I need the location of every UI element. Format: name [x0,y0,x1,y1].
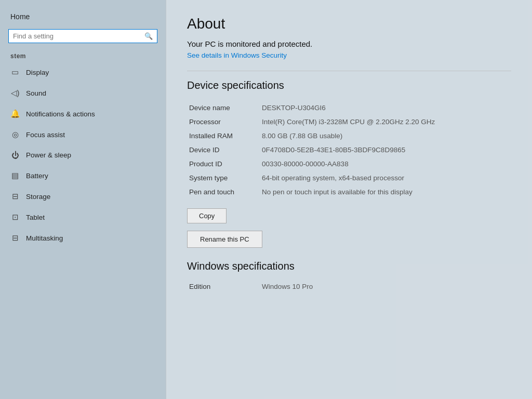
rename-pc-button[interactable]: Rename this PC [187,231,262,248]
sidebar-item-label: Power & sleep [26,151,71,159]
sidebar-item-label: Storage [26,193,50,201]
sidebar-item-label: Focus assist [26,131,65,139]
sidebar-item-label: Multitasking [26,234,63,242]
power-icon: ⏻ [10,151,20,159]
sidebar-item-label: Display [26,69,49,76]
sidebar-item-label: Notifications & actions [26,110,95,118]
display-icon: ▭ [10,68,20,77]
spec-value: DESKTOP-U304GI6 [260,101,511,115]
table-row: Pen and touchNo pen or touch input is av… [187,185,511,199]
device-specs-table: Device nameDESKTOP-U304GI6ProcessorIntel… [187,101,511,199]
spec-label: Pen and touch [187,185,260,199]
table-row: System type64-bit operating system, x64-… [187,171,511,185]
sidebar-item-focus[interactable]: ◎ Focus assist [0,124,166,145]
sidebar-item-battery[interactable]: ▤ Battery [0,165,166,186]
storage-icon: ⊟ [10,192,20,201]
spec-value: 8.00 GB (7.88 GB usable) [260,129,511,143]
device-specs-title: Device specifications [187,79,511,91]
search-input[interactable] [13,32,144,40]
sidebar-home[interactable]: Home [0,5,166,26]
table-row: EditionWindows 10 Pro [187,280,511,294]
table-row: Product ID00330-80000-00000-AA838 [187,157,511,171]
spec-label: Processor [187,115,260,129]
sidebar-item-sound[interactable]: ◁) Sound [0,83,166,103]
protection-text: Your PC is monitored and protected. [187,39,511,48]
sidebar-item-power[interactable]: ⏻ Power & sleep [0,145,166,165]
spec-label: Device name [187,101,260,115]
spec-value: Intel(R) Core(TM) i3-2328M CPU @ 2.20GHz… [260,115,511,129]
sound-icon: ◁) [10,88,20,98]
windows-specs-title: Windows specifications [187,260,511,272]
tablet-icon: ⊡ [10,212,20,222]
notifications-icon: 🔔 [10,109,20,118]
page-title: About [187,16,511,32]
spec-value: 64-bit operating system, x64-based proce… [260,171,511,185]
sidebar-search-box[interactable]: 🔍 [8,29,157,43]
table-row: ProcessorIntel(R) Core(TM) i3-2328M CPU … [187,115,511,129]
sidebar-section-label: stem [0,49,166,62]
table-row: Device nameDESKTOP-U304GI6 [187,101,511,115]
sidebar-item-tablet[interactable]: ⊡ Tablet [0,207,166,228]
search-icon: 🔍 [144,32,153,40]
sidebar-item-notifications[interactable]: 🔔 Notifications & actions [0,103,166,124]
main-content: About Your PC is monitored and protected… [166,0,532,399]
spec-label: Installed RAM [187,129,260,143]
sidebar-item-label: Tablet [26,214,45,221]
table-row: Installed RAM8.00 GB (7.88 GB usable) [187,129,511,143]
spec-label: Edition [187,280,260,294]
copy-button[interactable]: Copy [187,208,227,223]
spec-value: 0F4708D0-5E2B-43E1-80B5-3BDF9C8D9865 [260,143,511,157]
battery-icon: ▤ [10,171,20,180]
sidebar-item-label: Sound [26,89,46,97]
sidebar-item-display[interactable]: ▭ Display [0,62,166,83]
multitasking-icon: ⊟ [10,233,20,243]
spec-label: System type [187,171,260,185]
spec-label: Product ID [187,157,260,171]
table-row: Device ID0F4708D0-5E2B-43E1-80B5-3BDF9C8… [187,143,511,157]
spec-label: Device ID [187,143,260,157]
security-link[interactable]: See details in Windows Security [187,51,287,59]
sidebar-item-label: Battery [26,172,48,180]
spec-value: 00330-80000-00000-AA838 [260,157,511,171]
spec-value: Windows 10 Pro [260,280,511,294]
sidebar-item-multitasking[interactable]: ⊟ Multitasking [0,228,166,248]
divider [187,71,511,71]
focus-icon: ◎ [10,130,20,139]
sidebar: Home 🔍 stem ▭ Display ◁) Sound 🔔 Notific… [0,0,166,399]
windows-specs-table: EditionWindows 10 Pro [187,280,511,294]
sidebar-item-storage[interactable]: ⊟ Storage [0,186,166,207]
spec-value: No pen or touch input is available for t… [260,185,511,199]
